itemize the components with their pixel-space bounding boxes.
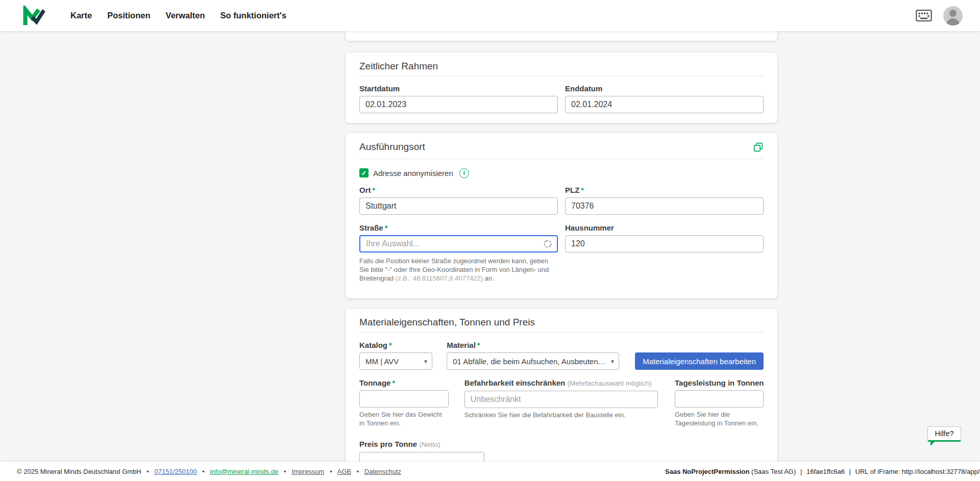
loading-spinner-icon [543, 239, 552, 248]
required-marker: * [389, 341, 391, 349]
tonnage-helper-text: Geben Sie hier das Gewicht in Tonnen ein… [359, 410, 449, 427]
material-label: Material* [447, 341, 619, 350]
katalog-field: Katalog* MM | AVV ▾ [359, 341, 432, 370]
card-title-ausfuehrungsort: Ausführungsort [359, 141, 425, 153]
person-icon [949, 10, 957, 17]
befahrbarkeit-hint: (Mehrfachauswahl möglich) [567, 379, 651, 387]
strasse-label: Straße* [359, 223, 558, 233]
required-marker: * [385, 224, 387, 232]
hausnummer-label: Hausnummer [565, 223, 764, 233]
chevron-down-icon: ▾ [611, 358, 615, 365]
chevron-down-icon: ▾ [424, 358, 428, 365]
top-navbar: Karte Positionen Verwalten So funktionie… [0, 0, 980, 31]
preis-label: Preis pro Tonne (Netto) [359, 440, 484, 449]
edit-material-properties-button[interactable]: Materialeigenschaften bearbeiten [635, 352, 764, 370]
datenschutz-link[interactable]: Datenschutz [364, 468, 401, 475]
tonnage-input[interactable] [359, 390, 449, 408]
material-select[interactable]: 01 Abfälle, die beim Aufsuchen, Ausbeute… [447, 352, 619, 370]
tonnage-label: Tonnage* [359, 378, 449, 388]
card-zeitlicher-rahmen: Zeitlicher Rahmen Startdatum Enddatum [346, 53, 777, 123]
katalog-label: Katalog* [359, 341, 432, 350]
anonymize-row: ✓ Adresse anonymisieren i [359, 168, 764, 178]
befahrbarkeit-helper-text: Schränken Sie hier die Befahrbarkeit der… [464, 411, 658, 419]
footer-left: © 2025 Mineral Minds Deutschland GmbH • … [17, 468, 401, 475]
agb-link[interactable]: AGB [337, 468, 351, 475]
main-nav: Karte Positionen Verwalten So funktionie… [70, 11, 286, 20]
strasse-helper-text: Falls die Position keiner Straße zugeord… [359, 257, 554, 283]
card-ausfuehrungsort: Ausführungsort ✓ Adresse anonymisieren i… [346, 133, 777, 298]
separator-dot: • [357, 468, 359, 475]
tagesleistung-label: Tagesleistung in Tonnen [675, 378, 764, 388]
strasse-input[interactable] [359, 235, 558, 252]
separator-dot: • [330, 468, 332, 475]
email-link[interactable]: info@mineral-minds.de [210, 468, 278, 475]
navbar-actions [916, 6, 963, 26]
anonymize-label[interactable]: Adresse anonymisieren [373, 169, 453, 178]
anonymize-checkbox[interactable]: ✓ [359, 168, 369, 178]
tagesleistung-input[interactable] [675, 390, 764, 408]
material-field: Material* 01 Abfälle, die beim Aufsuchen… [447, 341, 619, 370]
info-icon[interactable]: i [459, 168, 469, 178]
user-avatar[interactable] [943, 6, 963, 26]
copy-icon[interactable] [753, 142, 764, 155]
card-materialeigenschaften: Materialeigenschaften, Tonnen und Preis … [346, 309, 777, 481]
app-permission-text: Saas NoProjectPermission [665, 468, 749, 475]
nav-item-positionen[interactable]: Positionen [107, 11, 150, 20]
keyboard-icon[interactable] [916, 10, 932, 21]
footer-right: Saas NoProjectPermission (Saas Test AG) … [665, 468, 980, 475]
mineral-minds-logo[interactable] [22, 6, 45, 26]
required-marker: * [477, 341, 480, 349]
ort-label: Ort* [359, 186, 558, 195]
plz-input[interactable] [565, 197, 764, 215]
ort-input[interactable] [359, 197, 558, 215]
startdatum-label: Startdatum [359, 84, 558, 93]
nav-item-so-funktionierts[interactable]: So funktioniert's [220, 11, 287, 20]
separator-dot: • [146, 468, 149, 475]
tagesleistung-field: Tagesleistung in Tonnen Geben Sie hier d… [675, 378, 764, 427]
separator-dot: • [284, 468, 286, 475]
plz-label: PLZ* [565, 186, 764, 195]
separator-pipe: | [800, 468, 802, 475]
check-icon: ✓ [361, 170, 367, 176]
befahrbarkeit-label: Befahrbarkeit einschränken (Mehrfachausw… [464, 378, 658, 388]
session-id-text: 16fae1ffc6a6 [806, 468, 845, 475]
plz-field: PLZ* [565, 186, 764, 215]
tonnage-field: Tonnage* Geben Sie hier das Gewicht in T… [359, 378, 449, 427]
org-text: (Saas Test AG) [751, 468, 796, 475]
enddatum-field: Enddatum [565, 84, 764, 113]
card-title-zeitlicher-rahmen: Zeitlicher Rahmen [359, 60, 764, 72]
ort-field: Ort* [359, 186, 558, 215]
hausnummer-input[interactable] [565, 235, 764, 252]
copyright-text: © 2025 Mineral Minds Deutschland GmbH [17, 468, 141, 475]
tagesleistung-helper-text: Geben Sie hier die Tagesleistung in Tonn… [675, 410, 764, 427]
help-button[interactable]: Hilfe? [927, 426, 961, 442]
startdatum-input[interactable] [359, 96, 558, 113]
befahrbarkeit-field: Befahrbarkeit einschränken (Mehrfachausw… [464, 378, 658, 419]
startdatum-field: Startdatum [359, 84, 558, 113]
required-marker: * [373, 186, 375, 194]
separator-pipe: | [849, 468, 851, 475]
footer: © 2025 Mineral Minds Deutschland GmbH • … [0, 462, 980, 481]
preis-hint: (Netto) [419, 441, 440, 448]
required-marker: * [392, 379, 395, 387]
divider [359, 76, 764, 77]
enddatum-input[interactable] [565, 96, 764, 113]
iframe-url-text: URL of iFrame: http://localhost:32778/ap… [855, 468, 980, 475]
divider [359, 159, 764, 159]
hausnummer-field: Hausnummer [565, 223, 764, 252]
impressum-link[interactable]: Impressum [291, 468, 324, 475]
enddatum-label: Enddatum [565, 84, 764, 93]
befahrbarkeit-input[interactable] [464, 391, 658, 408]
phone-link[interactable]: 07151/250100 [155, 468, 197, 475]
form-content: Zeitlicher Rahmen Startdatum Enddatum Au… [346, 0, 777, 481]
strasse-field: Straße* [359, 223, 558, 252]
nav-item-verwalten[interactable]: Verwalten [166, 11, 205, 20]
katalog-select[interactable]: MM | AVV ▾ [359, 352, 432, 370]
divider [359, 332, 764, 333]
card-title-materialeigenschaften: Materialeigenschaften, Tonnen und Preis [359, 316, 764, 328]
logo-icon [22, 6, 45, 26]
nav-item-karte[interactable]: Karte [70, 11, 92, 20]
separator-dot: • [202, 468, 205, 475]
required-marker: * [581, 186, 583, 194]
